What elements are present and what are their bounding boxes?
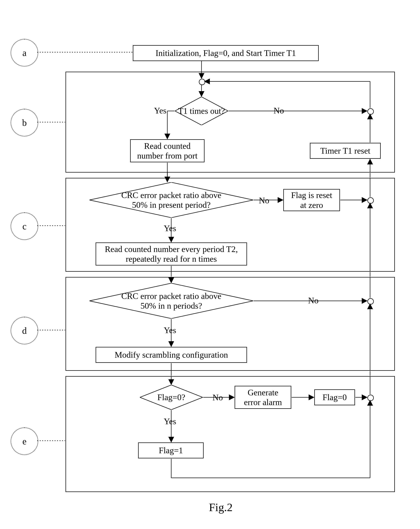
t1-timeout-diamond: T1 times out? bbox=[175, 97, 228, 125]
stage-letter-e-text: e bbox=[22, 436, 26, 447]
init-text: Initialization, Flag=0, and Start Timer … bbox=[156, 48, 296, 58]
label-no-t1: No bbox=[273, 106, 284, 115]
merge-circle-top bbox=[199, 79, 205, 85]
gen-alarm-text: Generate error alarm bbox=[239, 388, 287, 407]
flag-reset-zero-text: Flag is reset at zero bbox=[287, 190, 336, 210]
label-yes-crc-present: Yes bbox=[164, 223, 176, 233]
read-periods-box: Read counted number every period T2, rep… bbox=[96, 242, 247, 265]
stage-letter-a-text: a bbox=[22, 48, 26, 58]
merge-circle-b-right bbox=[367, 108, 374, 115]
label-no-crc-present: No bbox=[259, 196, 269, 205]
t1-timeout-text: T1 times out? bbox=[173, 106, 230, 116]
flag-zero-diamond: Flag=0? bbox=[140, 385, 203, 410]
read-port-text: Read counted number from port bbox=[134, 141, 201, 160]
stage-letter-b: b bbox=[11, 109, 38, 136]
stage-letter-e: e bbox=[11, 427, 38, 455]
crc-n-periods-text: CRC error packet ratio above 50% in n pe… bbox=[117, 291, 226, 311]
set-flag-one-text: Flag=1 bbox=[159, 446, 183, 455]
set-flag-zero-text: Flag=0 bbox=[323, 392, 347, 402]
flowchart-canvas: a b c d e Initialization, Flag=0, and St… bbox=[0, 0, 420, 529]
flag-reset-zero-box: Flag is reset at zero bbox=[283, 189, 340, 211]
label-no-flag: No bbox=[213, 393, 223, 402]
set-flag-zero-box: Flag=0 bbox=[314, 389, 355, 405]
init-box: Initialization, Flag=0, and Start Timer … bbox=[133, 45, 319, 61]
crc-present-diamond: CRC error packet ratio above 50% in pres… bbox=[89, 182, 253, 218]
stage-letter-d: d bbox=[11, 317, 38, 344]
stage-letter-b-text: b bbox=[22, 118, 27, 128]
label-no-crc-n: No bbox=[308, 296, 319, 305]
crc-present-text: CRC error packet ratio above 50% in pres… bbox=[113, 190, 230, 210]
merge-circle-e-right bbox=[367, 395, 374, 401]
read-port-box: Read counted number from port bbox=[130, 139, 204, 162]
stage-letter-d-text: d bbox=[22, 325, 27, 336]
timer-reset-text: Timer T1 reset bbox=[320, 146, 370, 156]
crc-n-periods-diamond: CRC error packet ratio above 50% in n pe… bbox=[89, 283, 253, 318]
stage-letter-c: c bbox=[11, 212, 38, 240]
modify-scrambling-text: Modify scrambling configuration bbox=[115, 350, 228, 360]
stage-letter-c-text: c bbox=[22, 221, 26, 231]
modify-scrambling-box: Modify scrambling configuration bbox=[96, 347, 247, 363]
set-flag-one-box: Flag=1 bbox=[138, 442, 204, 458]
label-yes-t1: Yes bbox=[154, 106, 166, 115]
read-periods-text: Read counted number every period T2, rep… bbox=[100, 244, 243, 264]
gen-alarm-box: Generate error alarm bbox=[235, 386, 291, 409]
flag-zero-text: Flag=0? bbox=[138, 392, 204, 402]
figure-caption: Fig.2 bbox=[209, 501, 232, 514]
merge-circle-c-right bbox=[367, 197, 374, 204]
label-yes-flag: Yes bbox=[164, 416, 176, 426]
stage-letter-a: a bbox=[11, 39, 38, 66]
timer-reset-box: Timer T1 reset bbox=[310, 143, 381, 159]
merge-circle-d-right bbox=[367, 298, 374, 304]
label-yes-crc-n: Yes bbox=[164, 325, 176, 335]
